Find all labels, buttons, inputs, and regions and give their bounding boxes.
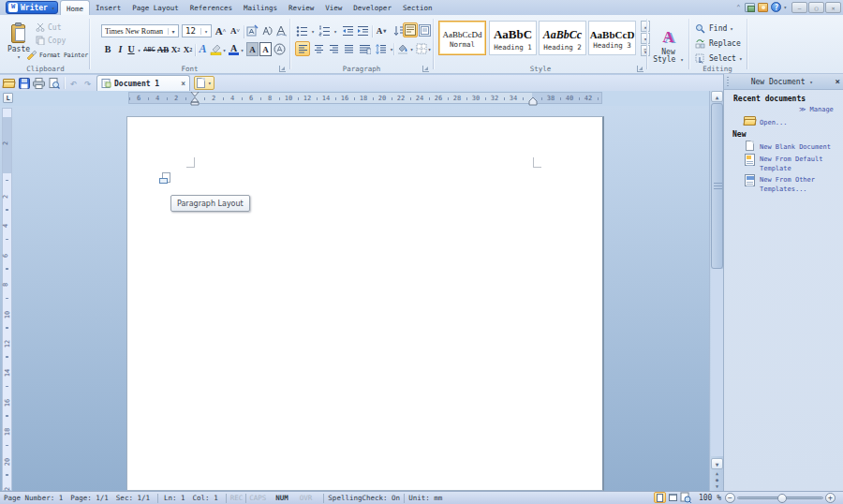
page-view-button[interactable] xyxy=(654,492,666,503)
style-heading1[interactable]: AaBbC Heading 1 xyxy=(489,21,537,55)
tab-references[interactable]: References xyxy=(185,0,238,15)
web-view-button[interactable] xyxy=(667,492,679,503)
zoom-in-button[interactable]: + xyxy=(825,493,836,503)
style-heading3[interactable]: AaBbCcD Heading 3 xyxy=(588,21,636,55)
style-normal[interactable]: AaBbCcDd Normal xyxy=(438,21,486,55)
bullets-dropdown[interactable]: ▾ xyxy=(309,25,317,37)
text-effects-button[interactable] xyxy=(274,23,288,37)
next-page-button[interactable]: ▼ xyxy=(711,483,723,491)
open-link[interactable]: Open... xyxy=(760,118,788,127)
paragraph-dialog-launcher[interactable] xyxy=(422,66,429,72)
grow-font-button[interactable]: A˄ xyxy=(214,23,228,37)
enclose-characters-button[interactable] xyxy=(273,42,287,56)
tab-page-layout[interactable]: Page Layout xyxy=(126,0,185,15)
vertical-ruler[interactable]: 2246810121416182022 xyxy=(2,108,12,491)
zoom-out-button[interactable]: − xyxy=(725,493,735,503)
scroll-down-button[interactable]: ▼ xyxy=(711,458,723,469)
minimize-button[interactable]: — xyxy=(791,2,807,13)
collapse-ribbon-icon[interactable]: ⌃ xyxy=(736,4,740,11)
highlight-color-button[interactable] xyxy=(209,42,222,56)
format-painter-button[interactable]: Format Painter xyxy=(26,50,88,60)
indent-markers[interactable] xyxy=(190,92,200,106)
bullets-button[interactable] xyxy=(295,23,309,37)
tab-developer[interactable]: Developer xyxy=(348,0,397,15)
font-dialog-launcher[interactable] xyxy=(279,66,286,72)
select-button[interactable]: Select ▾ xyxy=(695,53,743,64)
justify-button[interactable] xyxy=(342,41,356,56)
previous-page-button[interactable]: ▲ xyxy=(711,470,723,477)
document-tab-close-icon[interactable]: × xyxy=(181,80,185,88)
highlight-dropdown[interactable]: ▾ xyxy=(221,44,228,55)
font-color-dropdown[interactable]: ▾ xyxy=(239,44,245,55)
zoom-slider-thumb[interactable] xyxy=(777,494,787,503)
tab-stop-selector[interactable]: L xyxy=(3,93,13,103)
open-button[interactable] xyxy=(2,76,16,90)
find-button[interactable]: Find ▾ xyxy=(695,23,733,34)
zoom-slider[interactable] xyxy=(737,497,823,499)
account-icon[interactable] xyxy=(758,3,768,12)
new-blank-document-link[interactable]: New Blank Document xyxy=(760,142,831,152)
double-strikethrough-button[interactable]: AB xyxy=(156,42,170,56)
align-left-button[interactable] xyxy=(295,41,310,56)
status-ovr[interactable]: OVR xyxy=(300,494,313,502)
decrease-indent-button[interactable] xyxy=(341,23,355,37)
shading-dropdown[interactable]: ▾ xyxy=(408,43,415,54)
new-style-button[interactable]: A NewStyle ▾ xyxy=(650,21,687,71)
tab-insert[interactable]: Insert xyxy=(90,0,126,15)
scroll-up-button[interactable]: ▲ xyxy=(711,91,723,102)
task-pane-close-icon[interactable]: × xyxy=(836,77,840,86)
browse-object-button[interactable]: ● xyxy=(711,477,723,483)
tab-view[interactable]: View xyxy=(319,0,348,15)
font-size-select[interactable]: 12 ▾ xyxy=(182,24,212,37)
wordart-button[interactable]: A xyxy=(197,42,209,56)
font-family-select[interactable]: Times New Roman ▾ xyxy=(101,24,179,37)
help-dropdown-icon[interactable]: ▾ xyxy=(783,4,787,10)
cut-button[interactable]: Cut xyxy=(36,22,61,32)
document-tab[interactable]: Document 1 × xyxy=(96,75,190,91)
status-num[interactable]: NUM xyxy=(275,494,288,502)
change-case-button[interactable] xyxy=(260,23,274,37)
borders-dropdown[interactable]: ▾ xyxy=(426,43,433,54)
print-preview-button[interactable] xyxy=(47,76,61,90)
copy-button[interactable]: Copy xyxy=(36,36,66,45)
undo-button[interactable]: ↶ xyxy=(67,76,81,90)
close-button[interactable]: ✕ xyxy=(825,2,841,13)
task-pane-header[interactable]: New Document ▾ × xyxy=(724,74,843,90)
bold-button[interactable]: B xyxy=(101,42,114,56)
status-caps[interactable]: CAPS xyxy=(249,494,266,502)
scrollbar-thumb[interactable] xyxy=(711,103,723,269)
new-document-button[interactable]: ▾ xyxy=(194,76,214,90)
writer-menu-button[interactable]: W Writer ▾ xyxy=(6,1,58,14)
paragraph-layout-ribbon-button[interactable] xyxy=(418,22,432,37)
tab-section[interactable]: Section xyxy=(397,0,438,15)
align-center-button[interactable] xyxy=(312,41,326,56)
distribute-button[interactable] xyxy=(357,41,372,56)
new-from-default-template-link[interactable]: New From DefaultTemplate xyxy=(760,155,822,173)
align-right-button[interactable] xyxy=(327,41,341,56)
replace-button[interactable]: Replace xyxy=(695,38,741,49)
maximize-button[interactable]: ▢ xyxy=(808,2,824,13)
asian-layout-button[interactable]: A▾ xyxy=(375,23,388,37)
character-shading-button[interactable]: A xyxy=(246,42,259,56)
horizontal-ruler[interactable]: 642246810121416182022242628303234384042 xyxy=(128,92,602,104)
zoom-dialog-button[interactable] xyxy=(680,492,692,503)
shrink-font-button[interactable]: A˅ xyxy=(229,24,242,37)
underline-dropdown[interactable]: ▾ xyxy=(136,44,142,55)
help-icon[interactable]: ? xyxy=(771,2,781,12)
subscript-button[interactable]: X2 xyxy=(170,42,182,56)
line-spacing-button[interactable] xyxy=(374,41,388,56)
shading-button[interactable] xyxy=(396,41,408,56)
superscript-button[interactable]: X2 xyxy=(182,42,194,56)
manage-link[interactable]: ≫ Manage xyxy=(799,105,834,114)
phonetic-guide-button[interactable] xyxy=(245,23,259,37)
tab-home[interactable]: Home xyxy=(60,0,90,15)
increase-indent-button[interactable] xyxy=(356,23,370,37)
numbering-button[interactable] xyxy=(318,23,332,37)
print-button[interactable] xyxy=(32,76,46,90)
paragraph-layout-button[interactable] xyxy=(159,172,172,185)
status-spellcheck[interactable]: SpellingCheck: On xyxy=(328,494,400,502)
italic-button[interactable]: I xyxy=(115,42,126,56)
new-from-other-templates-link[interactable]: New From OtherTemplates... xyxy=(760,175,815,194)
right-indent-marker[interactable] xyxy=(528,97,538,106)
tab-review[interactable]: Review xyxy=(283,0,319,15)
